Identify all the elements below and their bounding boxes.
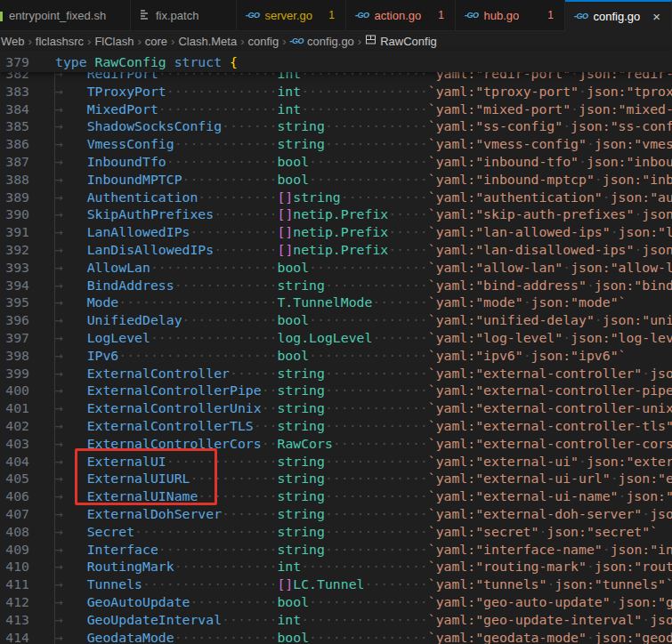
struct-tag-yaml: `yaml:"vmess-config" xyxy=(428,136,587,151)
bracket-token: [] xyxy=(277,206,293,221)
tab-fix-patch[interactable]: fix.patch xyxy=(131,0,237,30)
whitespace-dots: ··············· xyxy=(309,260,428,275)
type-token: string xyxy=(277,454,324,469)
code-line-409: 409→ Interface···············string·····… xyxy=(0,541,672,559)
whitespace-dots: ··············· xyxy=(309,154,428,169)
whitespace-dots: ······· xyxy=(372,294,427,310)
field-name-token: ExternalControllerUnix xyxy=(87,400,262,415)
whitespace-dots: ················· xyxy=(142,576,277,592)
shell-icon xyxy=(0,12,3,21)
breadcrumb-item-config[interactable]: config xyxy=(248,35,279,48)
tab-arrow-glyph: → xyxy=(55,278,87,293)
line-number: 399 xyxy=(0,365,55,382)
code-line-397: 397→ LogLevel················log.LogLeve… xyxy=(0,329,672,347)
breadcrumb-item-flclash[interactable]: FlClash xyxy=(94,35,134,48)
problem-badge: 1 xyxy=(328,9,336,21)
whitespace-dots: · xyxy=(642,612,650,627)
field-name-token: GeodataMode xyxy=(87,630,174,644)
code-line-402: 402→ ExternalControllerTLS···string·····… xyxy=(0,417,672,435)
type-token: string xyxy=(277,418,324,433)
whitespace-dots: ············· xyxy=(174,136,278,151)
tab-entrypoint-fixed-sh[interactable]: entrypoint_fixed.sh xyxy=(0,0,131,30)
breadcrumb-item-config-go[interactable]: -GOconfig.go xyxy=(290,35,354,48)
whitespace-dots: · xyxy=(642,366,650,381)
breadcrumb-label: flclashsrc xyxy=(36,35,84,48)
tab-label: config.go xyxy=(594,10,641,23)
code-line-395: 395→ Mode····················T.TunnelMod… xyxy=(0,294,672,311)
struct-tag-yaml: `yaml:"geo-auto-update" xyxy=(428,594,611,609)
line-number: 400 xyxy=(0,382,55,399)
line-number: 379 xyxy=(0,54,55,69)
field-name-token: UnifiedDelay xyxy=(87,312,182,327)
whitespace-dots: ············· xyxy=(325,118,428,133)
type-token: bool xyxy=(277,594,309,609)
type-token: string xyxy=(277,400,324,415)
breadcrumb-label: RawConfig xyxy=(380,35,437,48)
code-line-411: 411→ Tunnels·················[]LC.Tunnel… xyxy=(0,576,672,593)
struct-tag-yaml: `yaml:"external-ui-name" xyxy=(428,488,619,503)
whitespace-dots: ·· xyxy=(262,400,278,415)
tab-arrow-glyph: → xyxy=(55,418,87,433)
whitespace-dots: ··············· xyxy=(158,72,278,81)
whitespace-dots: · xyxy=(611,224,619,239)
breadcrumb: Web›flclashsrc›FlClash›core›Clash.Meta›c… xyxy=(0,31,672,51)
struct-tag-yaml: `yaml:"external-controller-pipe" xyxy=(428,382,672,398)
code-line-content: → LogLevel················log.LogLevel··… xyxy=(55,329,672,347)
problem-badge: 1 xyxy=(438,9,446,21)
struct-tag-json: json:"ss-config"` xyxy=(571,118,672,133)
line-number: 388 xyxy=(0,171,55,189)
line-number: 394 xyxy=(0,277,55,294)
code-line-407: 407→ ExternalDohServer·······string·····… xyxy=(0,505,672,523)
struct-tag-json: json:"external-ui"` xyxy=(587,454,672,469)
whitespace-dots: ············· xyxy=(174,559,278,574)
line-number: 398 xyxy=(0,347,55,365)
breadcrumb-label: FlClash xyxy=(94,35,134,48)
breadcrumb-item-flclashsrc[interactable]: flclashsrc xyxy=(36,35,84,48)
breadcrumb-item-core[interactable]: core xyxy=(145,35,167,48)
code-line-396: 396→ UnifiedDelay············bool·······… xyxy=(0,311,672,329)
tab-arrow-glyph: → xyxy=(55,206,87,221)
type-token: string xyxy=(277,506,324,521)
struct-tag-json: json:"ipv6"` xyxy=(531,348,627,363)
whitespace-dots: ················ xyxy=(301,559,428,574)
field-name-token: Tunnels xyxy=(87,576,142,592)
breadcrumb-item-rawconfig[interactable]: RawConfig xyxy=(365,34,437,48)
go-icon: -GO xyxy=(465,11,479,20)
code-line-388: 388→ InboundMPTCP············bool·······… xyxy=(0,171,672,189)
code-line-399: 399→ ExternalController······string·····… xyxy=(0,365,672,382)
whitespace-dots: ··········· xyxy=(190,224,277,239)
struct-tag-yaml: `yaml:"log-level" xyxy=(428,330,563,345)
struct-tag-json: json:"log-level"` xyxy=(571,330,672,345)
field-name-token: MixedPort xyxy=(87,101,158,117)
type-token: bool xyxy=(277,172,309,187)
code-token: struct xyxy=(174,54,230,69)
breadcrumb-label: Web xyxy=(1,35,25,48)
tab-hub-go[interactable]: -GOhub.go1 xyxy=(456,0,565,30)
whitespace-dots: ············· xyxy=(325,136,428,151)
code-line-389: 389→ Authentication··········[]string···… xyxy=(0,189,672,206)
struct-tag-yaml: `yaml:"authentication" xyxy=(428,189,603,205)
code-editor[interactable]: 382→ RedirPort···············int········… xyxy=(0,72,672,644)
struct-tag-yaml: `yaml:"lan-disallowed-ips" xyxy=(428,242,635,257)
tab-label: action.go xyxy=(375,9,422,22)
whitespace-dots: · xyxy=(587,559,595,574)
code-line-413: 413→ GeoUpdateInterval·······int········… xyxy=(0,611,672,629)
tab-config-go[interactable]: -GOconfig.go× xyxy=(565,0,672,31)
breadcrumb-item-web[interactable]: Web xyxy=(1,35,25,48)
whitespace-dots: ················ xyxy=(301,101,428,117)
line-number: 387 xyxy=(0,153,55,171)
code-line-content: → MixedPort···············int···········… xyxy=(55,101,672,118)
whitespace-dots: · xyxy=(642,506,650,521)
whitespace-dots: ············· xyxy=(174,278,278,293)
struct-tag-yaml: `yaml:"tproxy-port" xyxy=(428,84,579,99)
whitespace-dots: · xyxy=(547,576,555,592)
close-icon[interactable]: × xyxy=(651,9,662,24)
tab-server-go[interactable]: -GOserver.go1 xyxy=(237,0,346,30)
code-line-393: 393→ AllowLan················bool·······… xyxy=(0,259,672,277)
whitespace-dots: ············· xyxy=(325,400,428,415)
tab-action-go[interactable]: -GOaction.go1 xyxy=(346,0,456,30)
code-line-content: → VmessConfig·············string········… xyxy=(55,135,672,153)
type-token: string xyxy=(277,471,324,486)
sticky-scroll-line[interactable]: 379type RawConfig struct { xyxy=(0,51,672,72)
breadcrumb-item-clash-meta[interactable]: Clash.Meta xyxy=(178,35,237,48)
